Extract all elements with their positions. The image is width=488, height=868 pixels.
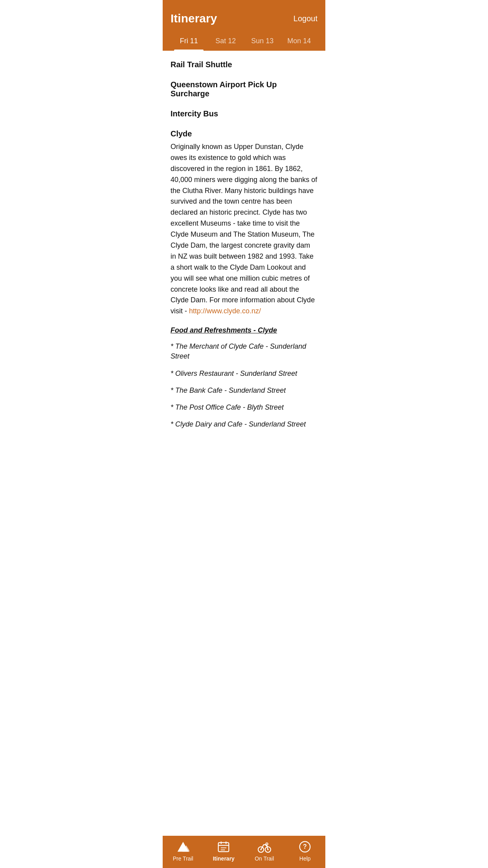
rail-trail-shuttle-item: Rail Trail Shuttle (171, 60, 317, 69)
main-content: Rail Trail Shuttle Queenstown Airport Pi… (163, 51, 325, 484)
food-item-4: * The Post Office Cafe - Blyth Street (171, 403, 317, 412)
tab-bar: Fri 11 Sat 12 Sun 13 Mon 14 (171, 31, 317, 51)
clyde-description-text: Originally known as Upper Dunstan, Clyde… (171, 143, 317, 315)
food-item-1: * The Merchant of Clyde Cafe - Sunderlan… (171, 342, 317, 361)
intercity-bus-item: Intercity Bus (171, 109, 317, 118)
intercity-bus-title: Intercity Bus (171, 109, 218, 118)
clyde-title: Clyde (171, 129, 317, 138)
header: Itinerary Logout Fri 11 Sat 12 Sun 13 Mo… (163, 0, 325, 51)
tab-sun13[interactable]: Sun 13 (244, 31, 281, 51)
tab-fri11[interactable]: Fri 11 (171, 31, 207, 51)
logout-button[interactable]: Logout (294, 14, 317, 23)
clyde-description: Originally known as Upper Dunstan, Clyde… (171, 142, 317, 317)
food-item-3: * The Bank Cafe - Sunderland Street (171, 386, 317, 395)
tab-sat12[interactable]: Sat 12 (207, 31, 244, 51)
food-item-2: * Olivers Restaurant - Sunderland Street (171, 369, 317, 379)
clyde-section: Clyde Originally known as Upper Dunstan,… (171, 129, 317, 317)
tab-mon14[interactable]: Mon 14 (281, 31, 318, 51)
clyde-link[interactable]: http://www.clyde.co.nz/ (189, 307, 261, 315)
food-section-title: Food and Refreshments - Clyde (171, 326, 317, 335)
food-item-5: * Clyde Dairy and Cafe - Sunderland Stre… (171, 419, 317, 429)
airport-pickup-title: Queenstown Airport Pick Up Surcharge (171, 80, 277, 98)
page-title: Itinerary (171, 12, 217, 25)
airport-pickup-item: Queenstown Airport Pick Up Surcharge (171, 80, 317, 98)
rail-trail-shuttle-title: Rail Trail Shuttle (171, 60, 232, 69)
food-section: Food and Refreshments - Clyde * The Merc… (171, 326, 317, 429)
